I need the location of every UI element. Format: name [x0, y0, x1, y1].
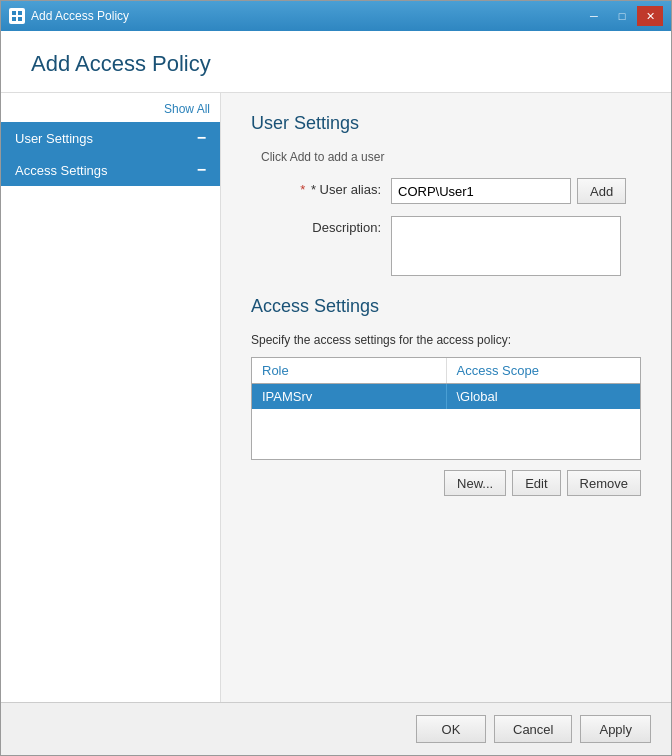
table-header: Role Access Scope: [252, 358, 640, 384]
description-input[interactable]: [391, 216, 621, 276]
description-group: Description:: [251, 216, 641, 276]
main-window: Add Access Policy ─ □ ✕ Add Access Polic…: [0, 0, 672, 756]
page-title: Add Access Policy: [31, 51, 641, 77]
user-alias-input-row: Add: [391, 178, 641, 204]
cancel-button[interactable]: Cancel: [494, 715, 572, 743]
description-label: Description:: [251, 216, 381, 235]
ok-button[interactable]: OK: [416, 715, 486, 743]
sidebar-item-collapse-user-settings[interactable]: −: [197, 130, 206, 146]
window-icon: [9, 8, 25, 24]
sidebar-item-label-user-settings: User Settings: [15, 131, 93, 146]
window-content: Add Access Policy Show All User Settings…: [1, 31, 671, 755]
title-bar-text: Add Access Policy: [31, 9, 129, 23]
access-settings-title: Access Settings: [251, 296, 641, 317]
sidebar-item-access-settings[interactable]: Access Settings −: [1, 154, 220, 186]
svg-rect-3: [18, 17, 22, 21]
title-bar: Add Access Policy ─ □ ✕: [1, 1, 671, 31]
window-controls: ─ □ ✕: [581, 6, 663, 26]
edit-button[interactable]: Edit: [512, 470, 560, 496]
svg-rect-1: [18, 11, 22, 15]
description-input-row: [391, 216, 641, 276]
access-settings-hint: Specify the access settings for the acce…: [251, 333, 641, 347]
content-area: User Settings Click Add to add a user * …: [221, 93, 671, 702]
column-role: Role: [252, 358, 447, 383]
column-scope: Access Scope: [447, 358, 641, 383]
minimize-button[interactable]: ─: [581, 6, 607, 26]
footer: OK Cancel Apply: [1, 702, 671, 755]
add-user-button[interactable]: Add: [577, 178, 626, 204]
svg-rect-2: [12, 17, 16, 21]
table-cell-role: IPAMSrv: [252, 384, 447, 409]
sidebar-item-collapse-access-settings[interactable]: −: [197, 162, 206, 178]
close-button[interactable]: ✕: [637, 6, 663, 26]
user-settings-title: User Settings: [251, 113, 641, 134]
title-bar-left: Add Access Policy: [9, 8, 129, 24]
table-actions: New... Edit Remove: [251, 470, 641, 496]
maximize-button[interactable]: □: [609, 6, 635, 26]
main-area: Show All User Settings − Access Settings…: [1, 93, 671, 702]
access-settings-table: Role Access Scope IPAMSrv \Global: [251, 357, 641, 460]
user-alias-input[interactable]: [391, 178, 571, 204]
user-alias-group: * * User alias: Add: [251, 178, 641, 204]
sidebar-item-label-access-settings: Access Settings: [15, 163, 108, 178]
table-row[interactable]: IPAMSrv \Global: [252, 384, 640, 409]
sidebar-item-user-settings[interactable]: User Settings −: [1, 122, 220, 154]
table-cell-scope: \Global: [447, 384, 641, 409]
user-settings-hint: Click Add to add a user: [261, 150, 641, 164]
table-empty-area: [252, 409, 640, 459]
show-all-link[interactable]: Show All: [1, 98, 220, 122]
page-header: Add Access Policy: [1, 31, 671, 93]
new-button[interactable]: New...: [444, 470, 506, 496]
remove-button[interactable]: Remove: [567, 470, 641, 496]
sidebar: Show All User Settings − Access Settings…: [1, 93, 221, 702]
required-star: *: [300, 182, 305, 197]
svg-rect-0: [12, 11, 16, 15]
apply-button[interactable]: Apply: [580, 715, 651, 743]
user-alias-label: * * User alias:: [251, 178, 381, 197]
